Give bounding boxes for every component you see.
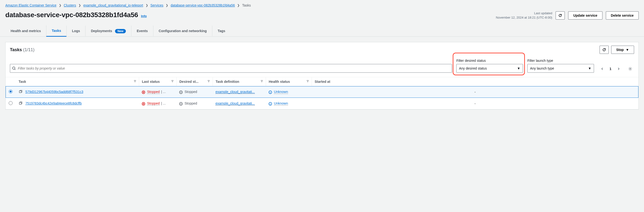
col-task[interactable]: Task	[18, 80, 26, 84]
chevron-right-icon	[617, 67, 620, 70]
sort-icon[interactable]: ▽	[134, 80, 136, 82]
tab-deployments[interactable]: Deployments New	[85, 26, 131, 36]
filter-desired-status-value: Any desired status	[459, 66, 487, 70]
paginator: 1	[598, 65, 634, 73]
sort-icon[interactable]: ▽	[208, 80, 210, 82]
info-circle-icon	[268, 102, 272, 106]
tab-health-metrics[interactable]: Health and metrics	[5, 26, 46, 36]
tab-config-networking[interactable]: Configuration and networking	[153, 26, 212, 36]
chevron-right-icon: ❯	[78, 4, 81, 7]
caret-down-icon: ▼	[626, 48, 629, 52]
col-last-status[interactable]: Last status	[142, 80, 160, 84]
tab-tasks[interactable]: Tasks	[46, 25, 66, 37]
stop-button[interactable]: Stop ▼	[611, 46, 634, 54]
copy-icon[interactable]	[18, 102, 24, 105]
breadcrumb-link[interactable]: example_cloud_gravitational_io-teleport	[83, 4, 143, 7]
col-health-status[interactable]: Health status	[269, 80, 290, 84]
filter-desired-status: Filter desired status Any desired status…	[456, 59, 523, 73]
task-id-link[interactable]: 579d312967b44059bc5add68f7f531c3	[25, 90, 83, 94]
gear-icon	[628, 67, 632, 71]
last-updated-value: November 12, 2024 at 18:21 (UTC-8:00)	[496, 16, 552, 20]
svg-point-1	[630, 68, 631, 69]
sort-icon[interactable]: ▽	[172, 80, 174, 82]
task-id-link[interactable]: 7519783dc4bc42e9a84eece8fc8dcffb	[25, 102, 82, 105]
tab-deployments-label: Deployments	[91, 29, 112, 33]
page-prev-button[interactable]	[598, 65, 606, 73]
page-title: database-service-vpc-082b35328b1fd4a56	[5, 11, 138, 19]
tasks-table: Task ▽ Last status ▽ Desired st... ▽ Tas…	[6, 77, 638, 110]
desired-status-value: Stopped	[184, 102, 197, 105]
task-definition-link[interactable]: example_cloud_gravitati...	[216, 90, 255, 94]
refresh-button[interactable]	[556, 11, 565, 20]
sort-icon[interactable]: ▽	[307, 80, 309, 82]
started-at-value: -	[312, 98, 638, 110]
breadcrumb-current: Tasks	[242, 4, 251, 7]
page-number: 1	[608, 67, 613, 71]
started-at-value: -	[312, 86, 638, 98]
tab-bar: Health and metrics Tasks Logs Deployment…	[0, 25, 644, 37]
col-task-definition[interactable]: Task definition	[216, 80, 240, 84]
last-updated-label: Last updated	[496, 11, 552, 16]
update-service-button[interactable]: Update service	[568, 11, 602, 20]
tasks-panel: Tasks (1/11) Stop ▼ Filter desired statu…	[5, 42, 639, 110]
refresh-icon	[558, 14, 562, 18]
tab-logs[interactable]: Logs	[66, 26, 85, 36]
stopped-circle-icon	[179, 102, 182, 106]
last-updated: Last updated November 12, 2024 at 18:21 …	[496, 11, 552, 20]
breadcrumb-link[interactable]: database-service-vpc-082b35328b1fd4a56	[170, 4, 235, 7]
last-status-value: Stopped	[147, 102, 160, 106]
filter-launch-type-select[interactable]: Any launch type ▼	[527, 64, 594, 73]
page-header: database-service-vpc-082b35328b1fd4a56 I…	[0, 9, 644, 25]
chevron-right-icon: ❯	[146, 4, 148, 7]
filters-row: Filter desired status Any desired status…	[6, 57, 638, 77]
table-row[interactable]: 7519783dc4bc42e9a84eece8fc8dcffb Stopped…	[6, 98, 638, 110]
stop-button-label: Stop	[616, 48, 624, 52]
task-definition-link[interactable]: example_cloud_gravitati...	[216, 102, 255, 106]
caret-down-icon: ▼	[517, 66, 520, 70]
breadcrumb: Amazon Elastic Container Service ❯ Clust…	[0, 0, 644, 9]
last-status-extra: | ...	[161, 90, 166, 94]
breadcrumb-link[interactable]: Amazon Elastic Container Service	[5, 4, 56, 7]
filter-launch-type-value: Any launch type	[530, 66, 554, 70]
info-circle-icon	[268, 90, 272, 94]
search-input-wrapper[interactable]	[10, 64, 452, 73]
tab-events[interactable]: Events	[131, 26, 153, 36]
table-row[interactable]: 579d312967b44059bc5add68f7f531c3 Stopped…	[6, 86, 638, 98]
row-radio[interactable]	[9, 90, 12, 94]
row-radio[interactable]	[9, 101, 12, 105]
svg-point-0	[12, 67, 15, 69]
chevron-right-icon: ❯	[166, 4, 168, 7]
chevron-left-icon	[601, 67, 604, 70]
svg-rect-2	[19, 91, 21, 93]
tasks-panel-header: Tasks (1/11) Stop ▼	[6, 42, 638, 57]
error-circle-icon	[142, 90, 145, 94]
stopped-circle-icon	[179, 90, 182, 94]
copy-icon[interactable]	[18, 90, 24, 94]
breadcrumb-link[interactable]: Clusters	[64, 4, 76, 7]
breadcrumb-link[interactable]: Services	[150, 4, 164, 7]
filter-launch-type-label: Filter launch type	[527, 59, 594, 62]
search-input[interactable]	[18, 66, 450, 70]
error-circle-icon	[142, 102, 145, 106]
filter-desired-status-select[interactable]: Any desired status ▼	[456, 64, 523, 73]
caret-down-icon: ▼	[588, 66, 591, 70]
panel-refresh-button[interactable]	[600, 46, 609, 54]
desired-status-value: Stopped	[184, 90, 197, 94]
refresh-icon	[602, 48, 606, 52]
tasks-count: (1/11)	[23, 47, 34, 52]
page-next-button[interactable]	[615, 65, 622, 73]
search-icon	[12, 66, 16, 70]
sort-icon[interactable]: ▽	[261, 80, 263, 82]
settings-button[interactable]	[626, 65, 634, 73]
filter-launch-type: Filter launch type Any launch type ▼	[527, 59, 594, 73]
last-status-value: Stopped	[147, 90, 160, 94]
tab-tags[interactable]: Tags	[212, 26, 231, 36]
tasks-heading: Tasks	[10, 47, 22, 52]
col-desired-status[interactable]: Desired st...	[180, 80, 198, 84]
new-badge: New	[115, 29, 126, 33]
health-status-value: Unknown	[274, 102, 288, 106]
info-link[interactable]: Info	[141, 14, 147, 18]
col-started-at[interactable]: Started at	[315, 80, 330, 84]
health-status-value: Unknown	[274, 90, 288, 94]
delete-service-button[interactable]: Delete service	[606, 11, 639, 20]
